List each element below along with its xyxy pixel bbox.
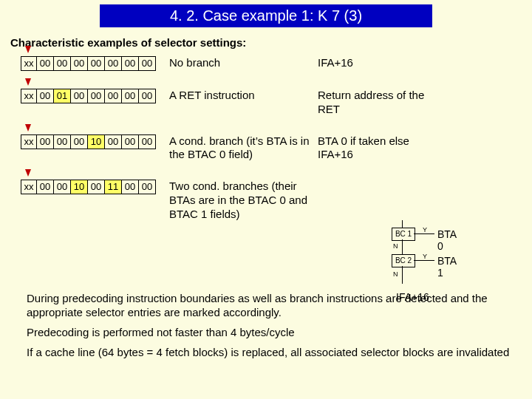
- selector-cell: 00: [53, 134, 70, 149]
- selector-cell: 00: [36, 56, 53, 71]
- bc1-box: BC 1: [392, 228, 415, 241]
- row-description: A cond. branch (it’s BTA is in the BTAC …: [169, 134, 313, 163]
- selector-cell: 10: [87, 134, 104, 149]
- row-result: Return address of the RET: [318, 89, 443, 117]
- selector-cell: 00: [138, 134, 156, 149]
- y2-label: Y: [423, 253, 427, 260]
- selector-rows: xx00000000000000No branchIFA+16xx0001000…: [21, 56, 532, 221]
- selector-cell: 00: [121, 180, 138, 194]
- n2-label: N: [393, 270, 398, 278]
- selector-cell: 00: [53, 180, 70, 194]
- n-label: N: [393, 242, 398, 250]
- bc2-box: BC 2: [392, 254, 415, 267]
- row-description: No branch: [169, 56, 313, 70]
- selector-cell: 00: [104, 134, 121, 149]
- bta1-label: BTA 1: [437, 255, 456, 279]
- bta0-label: BTA 0: [437, 228, 456, 252]
- selector-cell: 00: [70, 89, 87, 103]
- y-label: Y: [423, 226, 427, 233]
- selector-cell: 00: [121, 89, 138, 103]
- selector-cell: 00: [36, 180, 53, 194]
- selector-cell: 00: [70, 56, 87, 71]
- selector-cell: 01: [53, 89, 70, 103]
- selector-cell: 00: [121, 134, 138, 149]
- selector-cell: 00: [138, 180, 156, 194]
- selector-cell: 00: [53, 56, 70, 71]
- selector-cell: xx: [21, 89, 36, 103]
- selector-cell: xx: [21, 180, 36, 194]
- selector-cell: xx: [21, 56, 36, 71]
- selector-cell: 00: [104, 89, 121, 103]
- selector-cell: xx: [21, 134, 36, 149]
- selector-cell: 00: [138, 56, 156, 71]
- body-paragraph: Predecoding is performed not faster than…: [27, 326, 514, 340]
- ifa16-label: IFA+16: [396, 291, 429, 303]
- selector-cell: 00: [87, 89, 104, 103]
- selector-cell: 00: [104, 56, 121, 71]
- selector-cell: 00: [36, 134, 53, 149]
- selector-cell: 11: [104, 180, 121, 194]
- selector-cell: 00: [70, 134, 87, 149]
- paragraphs: During predecoding instruction boundarie…: [0, 292, 532, 359]
- slide-title: 4. 2. Case example 1: K 7 (3): [100, 4, 432, 27]
- subheading: Characteristic examples of selector sett…: [10, 36, 532, 49]
- selector-cell: 00: [87, 180, 104, 194]
- body-paragraph: During predecoding instruction boundarie…: [27, 292, 514, 320]
- row-result: IFA+16: [318, 56, 443, 70]
- selector-cell: 00: [36, 89, 53, 103]
- selector-cell: 00: [121, 56, 138, 71]
- row-description: Two cond. branches (their BTAs are in th…: [169, 180, 313, 221]
- row-result: BTA 0 if taken else IFA+16: [318, 134, 443, 163]
- selector-cell: 10: [70, 180, 87, 194]
- selector-cell: 00: [87, 56, 104, 71]
- selector-cell: 00: [138, 89, 156, 103]
- body-paragraph: If a cache line (64 bytes = 4 fetch bloc…: [27, 346, 514, 360]
- row-description: A RET instruction: [169, 89, 313, 103]
